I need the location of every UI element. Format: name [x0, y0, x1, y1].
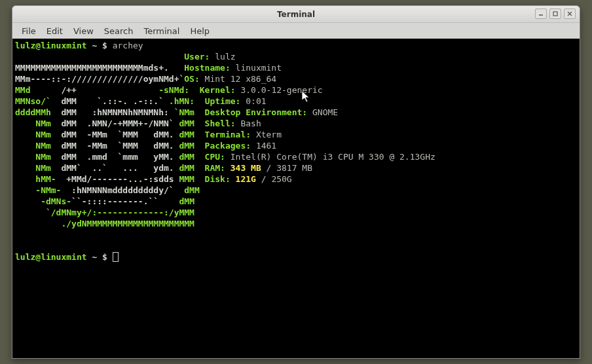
- output-line: -NMm- :hNMNNNmdddddddddy/` dMM: [15, 185, 200, 195]
- terminal-viewport[interactable]: lulz@linuxmint ~ $ archey User: lulz MMM…: [12, 39, 580, 358]
- menu-edit[interactable]: Edit: [41, 24, 68, 38]
- minimize-button[interactable]: [535, 9, 547, 19]
- menu-terminal[interactable]: Terminal: [138, 24, 185, 38]
- prompt-userhost-2: lulz@linuxmint: [15, 252, 87, 262]
- output-line: `/dMNmy+/:-------------:/yMMM: [15, 208, 194, 217]
- output-line: NMm dMM .NMN/-+MMM+-/NMN` dMM Shell: Bas…: [15, 118, 261, 128]
- output-line: -dMNs-``-::::-------.`` dMM: [15, 196, 194, 206]
- output-line: MMm----::-://////////////oymNMd+`OS: Min…: [15, 74, 276, 84]
- menu-file[interactable]: File: [16, 24, 41, 38]
- menubar: File Edit View Search Terminal Help: [12, 23, 580, 39]
- output-line: hMM- +MMd/-------...-:sdds MMM Disk: 121…: [15, 174, 292, 184]
- prompt-command: archey: [113, 41, 143, 50]
- menu-search[interactable]: Search: [99, 24, 139, 38]
- window-title: Terminal: [277, 10, 315, 19]
- terminal-window: Terminal File Edit View Search Terminal …: [12, 5, 580, 359]
- output-line: NMm dMM` ..` ... ydm. dMM RAM: 343 MB / …: [15, 163, 312, 173]
- maximize-button[interactable]: [549, 9, 561, 19]
- prompt-userhost: lulz@linuxmint: [15, 41, 87, 50]
- text-cursor: [113, 252, 119, 262]
- output-line: NMm dMM -MMm `MMM dMM. dMM Terminal: Xte…: [15, 130, 282, 139]
- output-line: MMd /++ -sNMd: Kernel: 3.0.0-12-generic: [15, 85, 323, 95]
- window-controls: [535, 9, 576, 19]
- output-line: MMNso/` dMM `.::-. .-::.` .hMN: Uptime: …: [15, 96, 267, 106]
- output-line: NMm dMM -MMm `MMM dMM. dMM Packages: 146…: [15, 141, 276, 151]
- prompt-sep-2: ~ $: [87, 252, 113, 262]
- titlebar[interactable]: Terminal: [12, 6, 580, 23]
- output-line: User: lulz: [15, 52, 236, 62]
- menu-view[interactable]: View: [68, 24, 99, 38]
- prompt-sep: ~ $: [87, 41, 113, 50]
- svg-rect-1: [553, 12, 557, 16]
- output-line: MMMMMMMMMMMMMMMMMMMMMMMMMmds+. Hostname:…: [15, 63, 282, 73]
- menu-help[interactable]: Help: [185, 24, 215, 38]
- close-button[interactable]: [564, 9, 576, 19]
- output-line: ddddMMh dMM :hNMNMNhNMNMNh: `NMm Desktop…: [15, 107, 338, 117]
- output-line: ./ydNMMMMMMMMMMMMMMMMMMMMM: [15, 219, 194, 228]
- output-line: NMm dMM .mmd `mmm yMM. dMM CPU: Intel(R)…: [15, 152, 435, 162]
